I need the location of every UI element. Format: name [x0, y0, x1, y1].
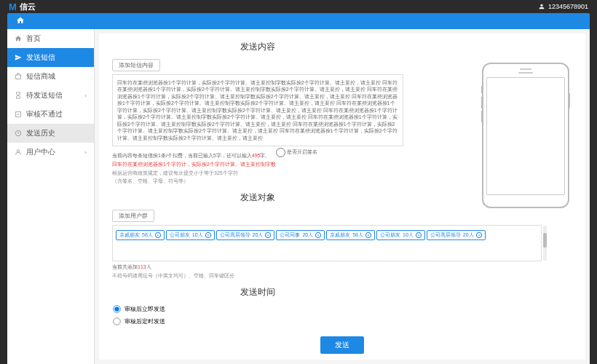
phone-preview	[482, 63, 569, 208]
sidebar-item-label: 待发送短信	[26, 90, 63, 100]
tag-remove-icon[interactable]: +	[414, 231, 422, 239]
sidebar-item-label: 发送短信	[26, 52, 55, 63]
sidebar-item-label: 发送历史	[26, 128, 55, 138]
svg-point-3	[17, 150, 19, 152]
chevron-right-icon: ›	[84, 92, 87, 99]
tag-name: 公司高层领导	[220, 232, 250, 239]
tag-name: 亲戚朋友	[330, 232, 350, 239]
tag-remove-icon[interactable]: +	[154, 231, 162, 239]
recipient-tag: 公司朋友 10人+	[166, 230, 215, 240]
sidebar-item-label: 短信商城	[26, 71, 55, 82]
tag-count: 10人	[192, 232, 203, 239]
tag-count: 58人	[142, 232, 153, 239]
clock-icon	[15, 130, 22, 137]
tag-name: 公司高层领导	[430, 232, 461, 239]
logo-text: 信云	[20, 1, 36, 12]
sms-content-textarea[interactable]: 回车符在某些浏览器按1个字符计算，实际按2个字符计算。请主要控制字数实际按2个字…	[112, 74, 403, 146]
tag-remove-icon[interactable]: +	[204, 231, 212, 239]
home-icon	[15, 35, 22, 42]
reject-icon	[15, 111, 22, 118]
sidebar-item-label: 首页	[26, 33, 41, 44]
add-template-button[interactable]: 添加短信内容	[112, 59, 160, 71]
chevron-right-icon: ›	[84, 149, 87, 156]
sidebar-item-label: 用户中心	[26, 147, 55, 157]
send-icon	[15, 54, 22, 61]
timing-option-scheduled[interactable]: 审核后定时发送	[112, 317, 403, 326]
add-group-button[interactable]: 添加用户群	[112, 210, 154, 222]
recipients-tip: 不得号码请用逗号（中英文均可）、空格、回车键区分	[112, 272, 572, 279]
tag-name: 亲戚朋友	[119, 232, 140, 239]
tag-count: 20人	[463, 232, 474, 239]
app-logo: M 信云	[9, 1, 36, 12]
section-title-time: 发送时间	[112, 286, 403, 298]
user-id: 12345678901	[548, 3, 588, 10]
tag-count: 10人	[403, 232, 414, 239]
hourglass-icon	[15, 92, 22, 99]
sidebar: 首页 发送短信 短信商城 待发送短信 › 审核不通过 发送历史 用户中心 ›	[7, 29, 95, 364]
logo-mark: M	[9, 1, 17, 12]
policy-hint-2: （含签名、空格、字母、符号等）	[112, 178, 403, 184]
tag-remove-icon[interactable]: +	[364, 231, 372, 239]
tag-name: 公司同事	[280, 232, 300, 239]
sidebar-item-home[interactable]: 首页	[7, 29, 94, 48]
tag-count: 58人	[352, 232, 363, 239]
sidebar-item-sms-store[interactable]: 短信商城	[7, 67, 94, 86]
recipient-tag: 亲戚朋友 58人+	[326, 230, 375, 240]
tag-name: 公司朋友	[170, 232, 190, 239]
main-content: 发送内容 添加短信内容 回车符在某些浏览器按1个字符计算，实际按2个字符计算。请…	[99, 33, 585, 360]
recipient-tag: 公司高层领导 20人+	[216, 230, 275, 240]
home-icon[interactable]	[16, 16, 25, 26]
user-info[interactable]: 12345678901	[538, 3, 588, 10]
tag-name: 公司朋友	[380, 232, 400, 239]
recipient-tag: 公司朋友 10人+	[376, 230, 425, 240]
tag-count: 20人	[253, 232, 264, 239]
recipient-tag: 公司同事 20人+	[276, 230, 325, 240]
user-icon	[538, 3, 545, 10]
svg-rect-0	[16, 75, 21, 79]
scrollbar-thumb[interactable]	[543, 233, 547, 248]
tag-remove-icon[interactable]: +	[315, 231, 323, 239]
recipients-box[interactable]: 亲戚朋友 58人+公司朋友 10人+公司高层领导 20人+公司同事 20人+亲戚…	[112, 225, 542, 261]
tag-count: 20人	[302, 232, 313, 239]
store-icon	[15, 73, 22, 80]
send-button[interactable]: 发送	[320, 336, 364, 354]
sidebar-item-send-sms[interactable]: 发送短信	[7, 48, 94, 67]
section-title-content: 发送内容	[112, 41, 403, 53]
navbar	[7, 13, 590, 29]
sidebar-item-pending[interactable]: 待发送短信 ›	[7, 86, 94, 105]
sidebar-item-label: 审核不通过	[26, 109, 63, 119]
sidebar-item-rejected[interactable]: 审核不通过	[7, 105, 94, 124]
signature-checkbox[interactable]: 是否开启签名	[276, 148, 317, 157]
tag-remove-icon[interactable]: +	[475, 231, 483, 239]
tag-remove-icon[interactable]: +	[264, 231, 272, 239]
policy-hint-1: 根据运营商政策规定，建议每次提交小于等于325个字符	[112, 170, 403, 176]
char-count-hint: 当前内容每条短信按1条/个扣费，当前已输入5字，还可以输入495字。 是否开启签…	[112, 148, 403, 159]
timing-option-immediate[interactable]: 审核后立即发送	[112, 304, 403, 314]
sidebar-item-history[interactable]: 发送历史	[7, 124, 94, 143]
recipient-tag: 公司高层领导 20人+	[427, 230, 486, 240]
section-title-recipients: 发送对象	[112, 191, 403, 204]
recipients-count: 当前共添加113人	[112, 264, 572, 271]
red-warning: 回车符在某些浏览器按1个字符计，实际按2个字符计算。请主要控制字数	[112, 161, 403, 168]
user-icon	[15, 149, 22, 156]
sidebar-item-user-center[interactable]: 用户中心 ›	[7, 143, 94, 162]
recipient-tag: 亲戚朋友 58人+	[116, 230, 165, 240]
